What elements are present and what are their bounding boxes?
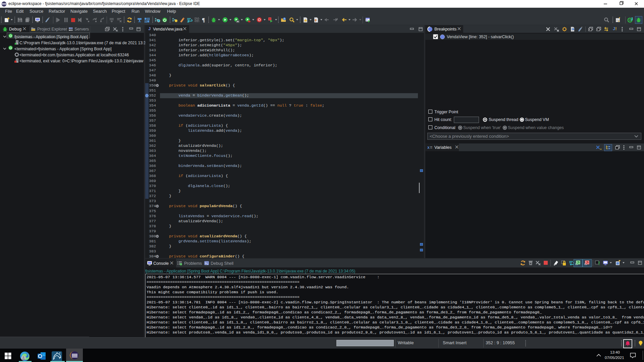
svg-text:x: x xyxy=(427,145,430,150)
svg-text:¶: ¶ xyxy=(202,17,205,23)
svg-text:=: = xyxy=(430,145,432,150)
svg-text:J: J xyxy=(631,17,633,21)
